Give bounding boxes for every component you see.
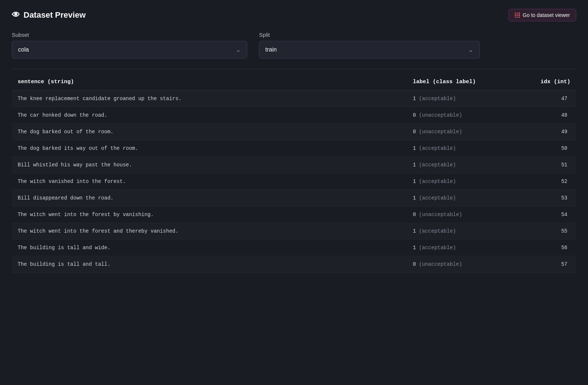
cell-sentence: Bill disappeared down the road. — [12, 190, 407, 206]
grid-icon — [515, 13, 520, 18]
table-row: The dog barked out of the room. 0 (unacc… — [12, 124, 576, 140]
cell-label: 1 (acceptable) — [407, 173, 510, 190]
subset-chevron-icon: ⌄ — [235, 46, 241, 54]
cell-sentence: The witch went into the forest by vanish… — [12, 206, 407, 223]
table-row: Bill disappeared down the road. 1 (accep… — [12, 190, 576, 206]
cell-idx: 50 — [510, 140, 576, 156]
cell-sentence: The dog barked out of the room. — [12, 124, 407, 140]
label-description: (unacceptable) — [419, 129, 462, 135]
label-number: 1 — [413, 179, 416, 184]
split-chevron-icon: ⌄ — [468, 46, 474, 54]
table-body: The knee replacement candidate groaned u… — [12, 91, 576, 273]
title-text: Dataset Preview — [24, 10, 86, 20]
label-number: 1 — [413, 245, 416, 251]
cell-idx: 49 — [510, 124, 576, 140]
column-header-idx: idx (int) — [510, 77, 576, 86]
cell-label: 0 (unacceptable) — [407, 107, 510, 123]
cell-idx: 57 — [510, 256, 576, 272]
label-description: (acceptable) — [419, 96, 456, 102]
label-description: (acceptable) — [419, 179, 456, 184]
table-row: The witch vanished into the forest. 1 (a… — [12, 173, 576, 190]
label-description: (acceptable) — [419, 245, 456, 251]
cell-label: 0 (unacceptable) — [407, 206, 510, 223]
cell-idx: 51 — [510, 157, 576, 173]
table-row: The building is tall and wide. 1 (accept… — [12, 240, 576, 256]
table-header-row: sentence (string) label (class label) id… — [12, 74, 576, 91]
cell-idx: 56 — [510, 240, 576, 256]
subset-label: Subset — [12, 32, 247, 38]
label-description: (acceptable) — [419, 145, 456, 151]
label-number: 0 — [413, 261, 416, 267]
table-row: The knee replacement candidate groaned u… — [12, 91, 576, 107]
go-to-viewer-label: Go to dataset viewer — [523, 12, 570, 18]
cell-label: 1 (acceptable) — [407, 240, 510, 256]
column-header-label: label (class label) — [407, 77, 510, 86]
label-description: (acceptable) — [419, 162, 456, 168]
page-header: 👁 Dataset Preview Go to dataset viewer — [12, 9, 576, 21]
cell-idx: 47 — [510, 91, 576, 107]
cell-idx: 53 — [510, 190, 576, 206]
label-number: 1 — [413, 145, 416, 151]
cell-sentence: The witch vanished into the forest. — [12, 173, 407, 190]
table-row: The witch went into the forest by vanish… — [12, 206, 576, 223]
cell-sentence: Bill whistled his way past the house. — [12, 157, 407, 173]
table-row: The car honked down the road. 0 (unaccep… — [12, 107, 576, 124]
split-label: Split — [259, 32, 480, 38]
cell-sentence: The knee replacement candidate groaned u… — [12, 91, 407, 107]
cell-idx: 55 — [510, 223, 576, 239]
label-description: (unacceptable) — [419, 261, 462, 267]
label-number: 1 — [413, 228, 416, 234]
column-header-sentence: sentence (string) — [12, 77, 407, 86]
label-description: (unacceptable) — [419, 112, 462, 118]
label-description: (unacceptable) — [419, 212, 462, 218]
cell-sentence: The building is tall and tall. — [12, 256, 407, 272]
split-value: train — [265, 46, 277, 53]
subset-selector-group: Subset cola ⌄ — [12, 32, 247, 59]
cell-label: 0 (unacceptable) — [407, 256, 510, 272]
cell-idx: 52 — [510, 173, 576, 190]
cell-label: 1 (acceptable) — [407, 190, 510, 206]
label-number: 0 — [413, 112, 416, 118]
cell-idx: 54 — [510, 206, 576, 223]
cell-idx: 48 — [510, 107, 576, 123]
cell-label: 0 (unacceptable) — [407, 124, 510, 140]
label-number: 1 — [413, 162, 416, 168]
subset-dropdown[interactable]: cola ⌄ — [12, 41, 247, 59]
cell-sentence: The dog barked its way out of the room. — [12, 140, 407, 156]
divider — [12, 69, 576, 69]
cell-label: 1 (acceptable) — [407, 140, 510, 156]
table-row: Bill whistled his way past the house. 1 … — [12, 157, 576, 173]
eye-icon: 👁 — [12, 10, 20, 20]
cell-label: 1 (acceptable) — [407, 157, 510, 173]
table-row: The building is tall and tall. 0 (unacce… — [12, 256, 576, 273]
cell-sentence: The witch went into the forest and there… — [12, 223, 407, 239]
label-number: 0 — [413, 129, 416, 135]
table-row: The witch went into the forest and there… — [12, 223, 576, 240]
go-to-viewer-button[interactable]: Go to dataset viewer — [509, 9, 576, 21]
page-title: 👁 Dataset Preview — [12, 10, 86, 20]
label-description: (acceptable) — [419, 195, 456, 201]
table-row: The dog barked its way out of the room. … — [12, 140, 576, 157]
selectors-row: Subset cola ⌄ Split train ⌄ — [12, 32, 576, 59]
cell-label: 1 (acceptable) — [407, 91, 510, 107]
label-number: 1 — [413, 195, 416, 201]
label-description: (acceptable) — [419, 228, 456, 234]
cell-label: 1 (acceptable) — [407, 223, 510, 239]
data-table: sentence (string) label (class label) id… — [12, 74, 576, 273]
cell-sentence: The car honked down the road. — [12, 107, 407, 123]
split-dropdown[interactable]: train ⌄ — [259, 41, 480, 59]
label-number: 0 — [413, 212, 416, 218]
cell-sentence: The building is tall and wide. — [12, 240, 407, 256]
subset-value: cola — [18, 46, 29, 53]
label-number: 1 — [413, 96, 416, 102]
split-selector-group: Split train ⌄ — [259, 32, 480, 59]
